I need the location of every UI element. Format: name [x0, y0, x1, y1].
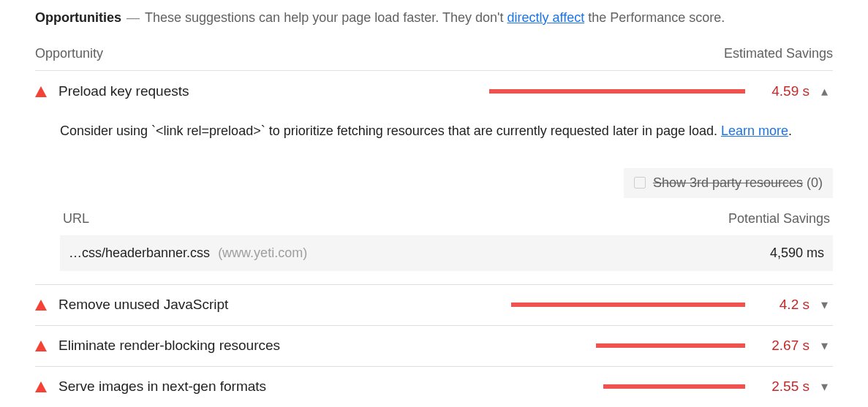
intro-lead: These suggestions can help your page loa… — [145, 10, 507, 25]
opportunity-row[interactable]: Serve images in next-gen formats 2.55 s … — [35, 367, 833, 407]
fail-triangle-icon — [35, 86, 47, 97]
opportunity-row[interactable]: Preload key requests 4.59 s ▴ — [35, 71, 833, 112]
savings-bar — [603, 384, 745, 389]
col-opportunity: Opportunity — [35, 46, 103, 61]
detail-text: Consider using `<link rel=preload>` to p… — [60, 123, 721, 138]
savings-bar — [596, 343, 745, 348]
subcol-url: URL — [63, 211, 89, 227]
fail-triangle-icon — [35, 381, 47, 392]
subcol-potential: Potential Savings — [728, 211, 830, 227]
third-party-toggle[interactable]: Show 3rd party resources (0) — [624, 168, 833, 198]
intro-dash: — — [123, 10, 143, 25]
opportunities-header-row: Opportunity Estimated Savings — [35, 46, 833, 71]
opportunity-detail: Consider using `<link rel=preload>` to p… — [35, 112, 833, 271]
detail-period: . — [788, 123, 792, 138]
savings-bar-zone — [460, 303, 745, 307]
savings-value: 4.2 s — [754, 297, 809, 313]
opportunities-heading: Opportunities — [35, 10, 121, 25]
opportunity-row[interactable]: Remove unused JavaScript 4.2 s ▾ — [35, 285, 833, 326]
detail-subheader: URL Potential Savings — [60, 205, 833, 235]
url-origin: (www.yeti.com) — [218, 246, 307, 260]
savings-bar — [511, 303, 745, 307]
opportunities-intro: Opportunities — These suggestions can he… — [35, 10, 833, 26]
url-saving: 4,590 ms — [770, 246, 824, 261]
fail-triangle-icon — [35, 300, 47, 311]
third-party-label: Show 3rd party resources — [653, 175, 803, 190]
savings-bar-zone — [460, 89, 745, 94]
directly-affect-link[interactable]: directly affect — [507, 10, 584, 25]
opportunity-row[interactable]: Eliminate render-blocking resources 2.67… — [35, 326, 833, 367]
savings-bar — [489, 89, 745, 94]
opportunity-title: Serve images in next-gen formats — [59, 379, 460, 395]
third-party-count: (0) — [803, 175, 823, 190]
third-party-row: Show 3rd party resources (0) — [60, 168, 833, 198]
opportunity-title: Remove unused JavaScript — [59, 297, 460, 313]
opportunity-title: Preload key requests — [59, 83, 460, 99]
intro-tail: the Performance score. — [584, 10, 725, 25]
savings-bar-zone — [460, 384, 745, 389]
savings-value: 4.59 s — [754, 83, 809, 99]
chevron-up-icon[interactable]: ▴ — [815, 83, 833, 99]
third-party-checkbox[interactable] — [634, 177, 646, 189]
opportunity-section-0: Preload key requests 4.59 s ▴ Consider u… — [35, 71, 833, 285]
savings-value: 2.55 s — [754, 379, 809, 395]
chevron-down-icon[interactable]: ▾ — [815, 379, 833, 395]
url-row: …css/headerbanner.css (www.yeti.com) 4,5… — [60, 235, 833, 271]
col-estimated-savings: Estimated Savings — [724, 46, 833, 61]
fail-triangle-icon — [35, 341, 47, 351]
url-path: …css/headerbanner.css — [69, 246, 210, 260]
savings-value: 2.67 s — [754, 338, 809, 354]
chevron-down-icon[interactable]: ▾ — [815, 297, 833, 313]
savings-bar-zone — [460, 343, 745, 348]
opportunity-description: Consider using `<link rel=preload>` to p… — [60, 121, 833, 142]
opportunity-title: Eliminate render-blocking resources — [59, 338, 460, 354]
learn-more-link[interactable]: Learn more — [721, 123, 788, 138]
chevron-down-icon[interactable]: ▾ — [815, 338, 833, 354]
